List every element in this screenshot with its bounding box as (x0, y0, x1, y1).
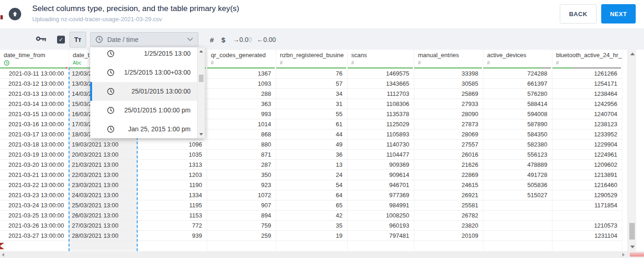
table-cell[interactable]: 1469575 (348, 69, 414, 79)
table-cell[interactable]: 24 (276, 170, 348, 180)
table-cell[interactable]: 49 (276, 140, 348, 150)
table-cell[interactable]: 1190 (138, 180, 207, 190)
table-cell[interactable]: 1008250 (348, 211, 414, 221)
table-cell[interactable]: 584350 (483, 129, 552, 140)
column-header[interactable]: active_devices# (483, 50, 552, 67)
table-cell[interactable]: 259 (207, 231, 276, 241)
table-cell[interactable]: 505836 (483, 180, 552, 190)
table-cell[interactable]: 363 (207, 99, 276, 109)
table-cell[interactable]: 1313 (138, 160, 207, 170)
table-cell[interactable]: 1104477 (348, 150, 414, 160)
table-cell[interactable]: 21/03/2021 13:00 (69, 160, 138, 170)
table-cell[interactable]: 23/03/2021 13:00 (69, 180, 138, 190)
table-cell[interactable]: 1093 (207, 79, 276, 89)
table-cell[interactable]: 909369 (348, 160, 414, 170)
menu-scroll-down-icon[interactable] (199, 133, 203, 135)
table-cell[interactable]: 27/03/2021 13:00 (69, 221, 138, 231)
decimal-decrease-button[interactable]: ←0.00 (257, 36, 276, 43)
table-cell[interactable]: 2021-03-26 13:00:00 (0, 221, 69, 231)
table-cell[interactable]: 588414 (483, 99, 552, 109)
table-cell[interactable]: 2021-03-17 13:00:00 (0, 129, 69, 140)
column-header[interactable]: date_time_from (0, 50, 69, 67)
table-cell[interactable]: 2021-03-21 13:00:00 (0, 170, 69, 180)
table-cell[interactable]: 993 (207, 109, 276, 119)
table-cell[interactable]: 34 (276, 89, 348, 99)
table-cell[interactable]: 587890 (483, 119, 552, 129)
table-cell[interactable]: 1229904 (552, 140, 622, 150)
table-cell[interactable] (483, 200, 552, 211)
table-cell[interactable]: 939 (138, 231, 207, 241)
table-cell[interactable]: 491728 (483, 170, 552, 180)
table-cell[interactable]: 1108306 (348, 99, 414, 109)
table-cell[interactable]: 880 (207, 140, 276, 150)
table-cell[interactable]: 20/03/2021 13:00 (69, 150, 138, 160)
vertical-scrollbar[interactable] (627, 50, 636, 251)
horizontal-scrollbar[interactable] (0, 251, 644, 258)
type-select[interactable]: Date / time (90, 32, 198, 47)
scroll-left-arrow-icon[interactable] (2, 253, 4, 257)
table-cell[interactable]: 1334 (138, 190, 207, 200)
table-cell[interactable]: 1072 (207, 190, 276, 200)
table-cell[interactable]: 54 (276, 180, 348, 190)
table-cell[interactable]: 576280 (483, 89, 552, 99)
table-cell[interactable]: 27557 (414, 140, 483, 150)
table-cell[interactable]: 33398 (414, 69, 483, 79)
menu-item-date-format[interactable]: 25/01/2015 1:00:00 pm (90, 101, 197, 120)
table-cell[interactable]: 1209602 (552, 160, 622, 170)
table-cell[interactable]: 1242956 (552, 99, 622, 109)
table-cell[interactable]: 27933 (414, 99, 483, 109)
table-cell[interactable]: 1261266 (552, 69, 622, 79)
table-cell[interactable]: 2021-03-11 13:00:00 (0, 69, 69, 79)
column-header[interactable]: bluetooth_active_24_hr_# (552, 50, 622, 67)
table-cell[interactable]: 772 (138, 221, 207, 231)
table-cell[interactable]: 1035 (138, 150, 207, 160)
table-cell[interactable]: 960193 (348, 221, 414, 231)
table-cell[interactable]: 2021-03-16 13:00:00 (0, 119, 69, 129)
table-cell[interactable]: 2021-03-15 13:00:00 (0, 109, 69, 119)
table-cell[interactable]: 909614 (348, 170, 414, 180)
table-cell[interactable]: 1171854 (552, 200, 622, 211)
next-button[interactable]: NEXT (601, 4, 636, 23)
table-cell[interactable]: 57 (276, 79, 348, 89)
table-cell[interactable]: 1203 (138, 170, 207, 180)
column-header[interactable]: qr_codes_generated# (207, 50, 276, 67)
table-cell[interactable]: 23820 (414, 221, 483, 231)
include-column-checkbox[interactable]: ✓ (57, 35, 65, 43)
menu-scrollbar-thumb[interactable] (199, 75, 203, 82)
table-cell[interactable]: 27873 (414, 119, 483, 129)
column-header[interactable]: nzbn_registered_busine# (276, 50, 348, 67)
vertical-scrollbar-thumb[interactable] (629, 223, 635, 240)
table-cell[interactable]: 2021-03-27 13:00:00 (0, 231, 69, 241)
table-cell[interactable]: 759 (207, 221, 276, 231)
table-cell[interactable]: 2021-03-22 13:00:00 (0, 180, 69, 190)
table-cell[interactable]: 2021-03-19 13:00:00 (0, 150, 69, 160)
table-cell[interactable]: 946701 (348, 180, 414, 190)
table-cell[interactable]: 2021-03-18 13:00:00 (0, 140, 69, 150)
table-cell[interactable]: 2021-03-24 13:00:00 (0, 200, 69, 211)
table-cell[interactable]: 24/03/2021 13:00 (69, 190, 138, 200)
table-cell[interactable]: 25581 (414, 200, 483, 211)
table-cell[interactable]: 287 (207, 160, 276, 170)
table-cell[interactable]: 1367 (207, 69, 276, 79)
table-cell[interactable]: 1140730 (348, 140, 414, 150)
table-cell[interactable] (483, 211, 552, 221)
table-cell[interactable]: 26016 (414, 150, 483, 160)
menu-item-date-format[interactable]: 25/01/2015 13:00:00 (90, 82, 197, 101)
table-cell[interactable]: 582380 (483, 140, 552, 150)
table-cell[interactable]: 871 (207, 150, 276, 160)
table-cell[interactable]: 1125029 (348, 119, 414, 129)
table-cell[interactable]: 1238123 (552, 119, 622, 129)
table-cell[interactable]: 515027 (483, 190, 552, 200)
table-cell[interactable]: 1153 (138, 211, 207, 221)
table-cell[interactable]: 923 (207, 180, 276, 190)
table-cell[interactable]: 1238464 (552, 89, 622, 99)
table-cell[interactable]: 1014 (207, 119, 276, 129)
column-header[interactable]: scans# (348, 50, 414, 67)
table-cell[interactable]: 2021-03-20 13:00:00 (0, 160, 69, 170)
table-cell[interactable]: 350 (207, 170, 276, 180)
table-cell[interactable]: 28/03/2021 13:00 (69, 231, 138, 241)
table-cell[interactable]: 1135378 (348, 109, 414, 119)
table-cell[interactable] (552, 211, 622, 221)
text-type-button[interactable]: Tᴛ (70, 32, 86, 47)
table-cell[interactable]: 21626 (414, 160, 483, 170)
